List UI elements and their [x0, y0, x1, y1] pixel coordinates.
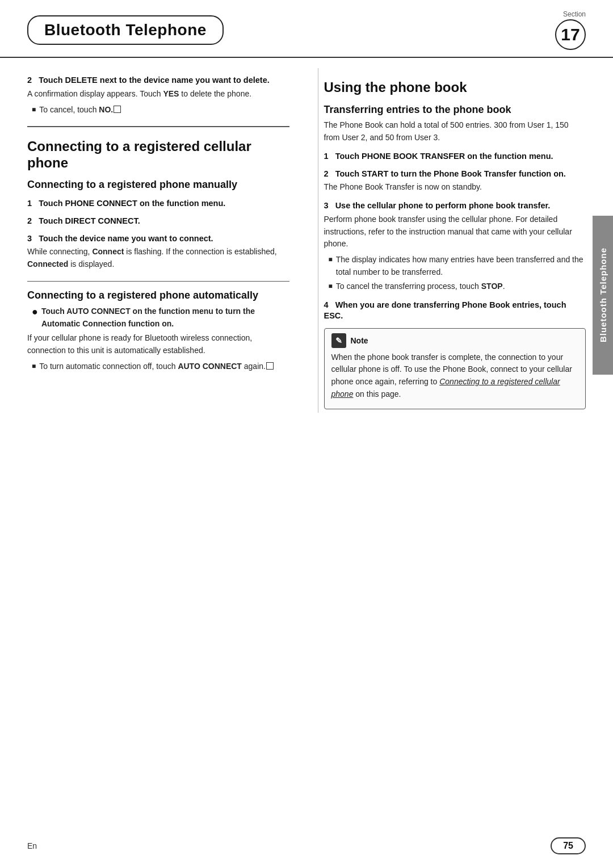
page: Bluetooth Telephone Section 17 Bluetooth… — [0, 0, 613, 868]
section-label: Section — [563, 10, 586, 18]
pb-step1-heading: 1 Touch PHONE BOOK TRANSFER on the funct… — [324, 151, 586, 162]
footer: En 75 — [0, 837, 613, 854]
auto-body1: If your cellular phone is ready for Blue… — [27, 332, 289, 357]
pb-bullet2-text: To cancel the transferring process, touc… — [336, 280, 505, 293]
step2-delete-body1: A confirmation display appears. Touch YE… — [27, 88, 289, 100]
manual-step2-heading: 2 Touch DIRECT CONNECT. — [27, 216, 289, 227]
auto-bullet2-text: To turn automatic connection off, touch … — [39, 360, 274, 373]
pb-step4-heading: 4 When you are done transferring Phone B… — [324, 300, 586, 321]
manual-step3-body: While connecting, Connect is flashing. I… — [27, 246, 289, 270]
manual-step3-heading: 3 Touch the device name you want to conn… — [27, 233, 289, 244]
divider1 — [27, 126, 289, 127]
bullet-square-icon4: ■ — [329, 282, 333, 290]
bullet-square-icon2: ■ — [32, 362, 36, 370]
phonebook-title: Using the phone book — [324, 79, 586, 96]
bullet-square-icon: ■ — [32, 106, 36, 114]
pb-step3-heading: 3 Use the cellular phone to perform phon… — [324, 200, 586, 211]
phonebook-body1: The Phone Book can hold a total of 500 e… — [324, 119, 586, 144]
left-column: 2 Touch DELETE next to the device name y… — [27, 68, 295, 413]
bullet-circle-icon: ● — [32, 305, 38, 318]
auto-bullet1: ● Touch AUTO CONNECT on the function men… — [32, 305, 289, 330]
step2-delete-heading: 2 Touch DELETE next to the device name y… — [27, 75, 289, 86]
divider2 — [27, 281, 289, 282]
step2-delete-bullet1-text: To cancel, touch NO. — [39, 104, 121, 116]
key-icon — [114, 106, 121, 113]
note-icon: ✎ — [331, 333, 346, 348]
pb-step2-heading: 2 Touch START to turn the Phone Book Tra… — [324, 169, 586, 179]
auto-bullet1-text: Touch AUTO CONNECT on the function menu … — [41, 305, 289, 330]
top-note-section: 2 Touch DELETE next to the device name y… — [27, 75, 289, 116]
section-number: 17 — [555, 19, 586, 50]
manual-step1-heading: 1 Touch PHONE CONNECT on the function me… — [27, 198, 289, 209]
note-box: ✎ Note When the phone book transfer is c… — [324, 328, 586, 409]
pb-step3-body: Perform phone book transfer using the ce… — [324, 213, 586, 250]
note-header: ✎ Note — [331, 333, 579, 348]
pb-bullet1-text: The display indicates how many entries h… — [336, 254, 586, 278]
sub-auto-title: Connecting to a registered phone automat… — [27, 290, 289, 302]
title-box: Bluetooth Telephone — [27, 15, 224, 45]
right-column: Using the phone book Transferring entrie… — [318, 68, 586, 413]
header-right: Section 17 — [555, 10, 586, 50]
content-area: 2 Touch DELETE next to the device name y… — [0, 68, 613, 413]
side-tab-text: Bluetooth Telephone — [598, 248, 608, 342]
bullet-square-icon3: ■ — [329, 255, 333, 263]
note-title: Note — [351, 336, 368, 345]
footer-lang: En — [27, 841, 37, 850]
transferring-title: Transferring entries to the phone book — [324, 104, 586, 116]
key-icon2 — [266, 362, 274, 370]
section-connecting-title: Connecting to a registered cellular phon… — [27, 139, 289, 171]
pb-step2-body: The Phone Book Transfer is now on standb… — [324, 181, 586, 194]
pb-bullet1: ■ The display indicates how many entries… — [329, 254, 586, 278]
step2-delete-bullet1: ■ To cancel, touch NO. — [32, 104, 289, 116]
page-title: Bluetooth Telephone — [44, 21, 207, 39]
pb-bullet2: ■ To cancel the transferring process, to… — [329, 280, 586, 293]
note-body: When the phone book transfer is complete… — [331, 351, 579, 401]
side-tab: Bluetooth Telephone — [593, 216, 613, 375]
header: Bluetooth Telephone Section 17 — [0, 0, 613, 58]
footer-page: 75 — [551, 837, 586, 854]
sub-manual-title: Connecting to a registered phone manuall… — [27, 179, 289, 191]
auto-bullet2: ■ To turn automatic connection off, touc… — [32, 360, 289, 373]
